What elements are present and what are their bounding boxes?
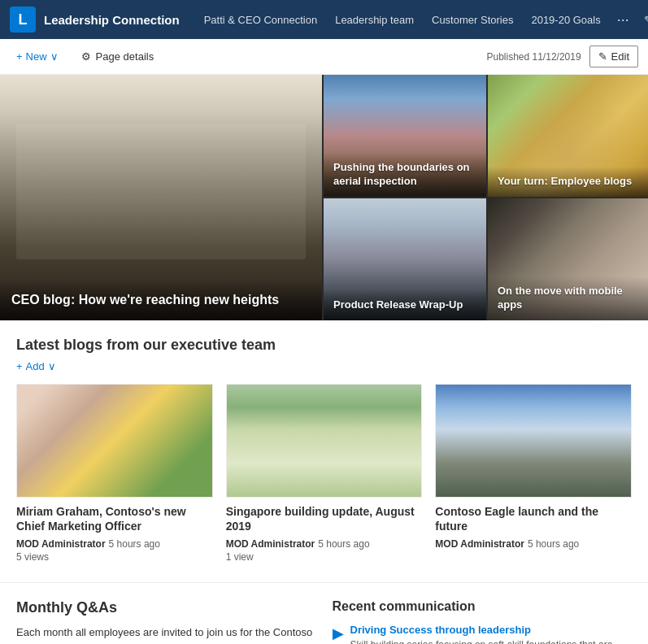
bottom-grid: Monthly Q&As Each month all employees ar… <box>16 599 632 644</box>
hero-top-right-overlay: Your turn: Employee blogs <box>488 167 648 197</box>
hero-grid: CEO blog: How we're reaching new heights… <box>0 75 648 320</box>
nav-more-button[interactable]: ··· <box>611 0 636 39</box>
gear-icon: ⚙ <box>81 50 91 63</box>
blog-card-author-0: MOD Administrator <box>16 538 106 550</box>
blog-card-0[interactable]: Miriam Graham, Contoso's new Chief Marke… <box>16 384 213 563</box>
blog-card-views-1: 1 view <box>226 551 423 563</box>
blog-card-title-0: Miriam Graham, Contoso's new Chief Marke… <box>16 504 213 533</box>
nav-link-leadership[interactable]: Leadership team <box>327 0 422 39</box>
navbar-actions: ✎ Edit ★ Following ↗ Share site <box>636 4 648 35</box>
blog-card-time-0: 5 hours ago <box>109 538 160 550</box>
nav-link-patti[interactable]: Patti & CEO Connection <box>196 0 325 39</box>
plus-icon: + <box>16 360 23 372</box>
site-title: Leadership Connection <box>44 13 180 27</box>
blog-card-title-2: Contoso Eagle launch and the future <box>435 504 632 533</box>
blog-card-1[interactable]: Singapore building update, August 2019 M… <box>226 384 423 563</box>
monthly-qa-body: Each month all employees are invited to … <box>16 624 316 644</box>
monthly-qa-section: Monthly Q&As Each month all employees ar… <box>16 599 316 644</box>
blog-card-2[interactable]: Contoso Eagle launch and the future MOD … <box>435 384 632 563</box>
edit-nav-button[interactable]: ✎ Edit <box>636 11 648 29</box>
page-details-button[interactable]: ⚙ Page details <box>75 47 161 66</box>
blogs-section: Latest blogs from our executive team + A… <box>16 337 632 563</box>
hero-main-cell[interactable]: CEO blog: How we're reaching new heights <box>0 75 322 320</box>
blog-card-image-1 <box>226 384 423 498</box>
blogs-section-title: Latest blogs from our executive team <box>16 337 632 354</box>
toolbar-left: + New ∨ ⚙ Page details <box>10 47 486 66</box>
recent-comm-title: Recent communication <box>333 599 633 614</box>
blog-cards: Miriam Graham, Contoso's new Chief Marke… <box>16 384 632 563</box>
site-logo: L <box>10 7 36 33</box>
blog-card-image-0 <box>16 384 213 498</box>
new-button[interactable]: + New ∨ <box>10 47 65 66</box>
chevron-down-icon: ∨ <box>50 50 59 63</box>
hero-top-right-cell[interactable]: Your turn: Employee blogs <box>488 75 648 197</box>
monthly-qa-title: Monthly Q&As <box>16 599 316 616</box>
hero-bottom-middle-overlay: Product Release Wrap-Up <box>324 290 486 320</box>
blog-card-meta-0: MOD Administrator 5 hours ago <box>16 538 213 550</box>
add-button[interactable]: + Add ∨ <box>16 360 632 372</box>
hero-top-right-title: Your turn: Employee blogs <box>498 175 641 189</box>
hero-main-overlay: CEO blog: How we're reaching new heights <box>0 279 322 320</box>
arrow-right-icon: ▶ <box>333 624 344 642</box>
chevron-icon: ∨ <box>48 360 56 372</box>
blog-card-meta-1: MOD Administrator 5 hours ago <box>226 538 423 550</box>
hero-top-middle-title: Pushing the boundaries on aerial inspect… <box>333 161 476 189</box>
hero-main-title: CEO blog: How we're reaching new heights <box>11 292 311 309</box>
toolbar-right: Published 11/12/2019 ✎ Edit <box>486 46 638 67</box>
recent-comm-item-content: Driving Success through leadership Skill… <box>350 624 633 644</box>
content-area: Latest blogs from our executive team + A… <box>0 320 648 644</box>
blog-card-meta-2: MOD Administrator 5 hours ago <box>435 538 632 550</box>
blog-card-time-2: 5 hours ago <box>528 538 579 550</box>
nav-link-customer[interactable]: Customer Stories <box>424 0 521 39</box>
page-toolbar: + New ∨ ⚙ Page details Published 11/12/2… <box>0 39 648 75</box>
edit-nav-icon: ✎ <box>644 14 648 26</box>
nav-link-goals[interactable]: 2019-20 Goals <box>523 0 608 39</box>
published-date: Published 11/12/2019 <box>486 51 581 63</box>
section-divider <box>0 582 648 583</box>
recent-comm-item[interactable]: ▶ Driving Success through leadership Ski… <box>333 624 633 644</box>
hero-bottom-right-cell[interactable]: On the move with mobile apps <box>488 198 648 320</box>
recent-comm-item-title: Driving Success through leadership <box>350 624 633 636</box>
blog-card-views-0: 5 views <box>16 551 213 563</box>
recent-comm-item-desc: Skill building series focusing on soft-s… <box>350 638 633 644</box>
plus-icon: + <box>16 50 23 63</box>
hero-bottom-right-title: On the move with mobile apps <box>498 285 641 312</box>
blog-card-title-1: Singapore building update, August 2019 <box>226 504 423 533</box>
blog-card-image-2 <box>435 384 632 498</box>
blog-card-author-2: MOD Administrator <box>435 538 524 550</box>
blog-card-author-1: MOD Administrator <box>226 538 315 550</box>
recent-comm-section: Recent communication ▶ Driving Success t… <box>333 599 633 644</box>
nav-links: Patti & CEO Connection Leadership team C… <box>196 0 636 39</box>
edit-page-button[interactable]: ✎ Edit <box>589 46 638 67</box>
hero-top-middle-cell[interactable]: Pushing the boundaries on aerial inspect… <box>324 75 486 197</box>
pencil-icon: ✎ <box>598 50 607 63</box>
hero-bottom-middle-cell[interactable]: Product Release Wrap-Up <box>324 198 486 320</box>
hero-top-middle-overlay: Pushing the boundaries on aerial inspect… <box>324 153 486 197</box>
navbar: L Leadership Connection Patti & CEO Conn… <box>0 0 648 39</box>
hero-bottom-right-overlay: On the move with mobile apps <box>488 276 648 320</box>
hero-bottom-middle-title: Product Release Wrap-Up <box>333 298 476 312</box>
blog-card-time-1: 5 hours ago <box>318 538 369 550</box>
